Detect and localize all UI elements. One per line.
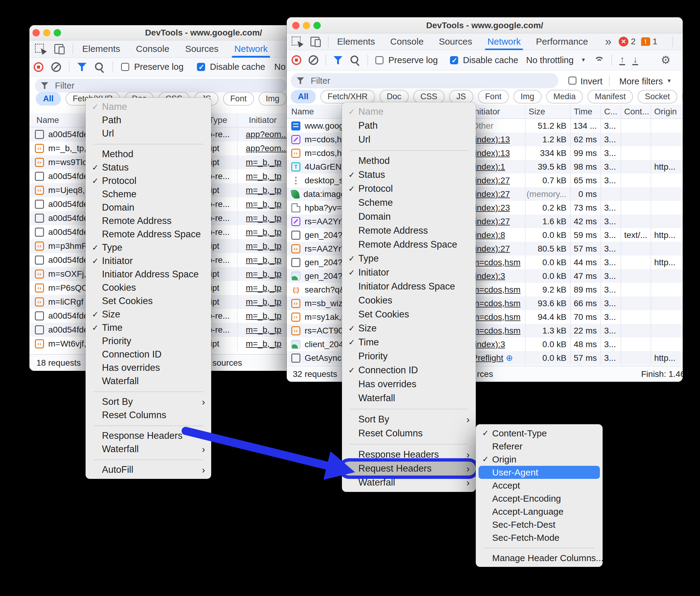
context-menu-item[interactable] [85, 388, 211, 395]
device-toolbar-icon[interactable] [54, 44, 64, 54]
context-menu-item[interactable]: Remote Address [85, 214, 211, 228]
context-menu-item[interactable]: Waterfall [85, 374, 211, 388]
disable-cache-label[interactable]: Disable cache [210, 62, 265, 72]
inspect-element-icon[interactable] [292, 36, 302, 47]
context-menu-item[interactable]: Response Headers › [342, 448, 476, 462]
panel-tab[interactable]: Network [487, 36, 521, 47]
context-menu-item[interactable]: Remote Address Space [85, 228, 211, 241]
request-initiator[interactable]: m=_b,_tp [246, 241, 281, 251]
filter-chip[interactable]: Img [514, 90, 542, 103]
panel-tab[interactable]: Performance [536, 36, 588, 47]
context-menu-item[interactable]: ✓ Time [342, 335, 476, 349]
column-header-content-type[interactable]: Cont... [621, 105, 651, 118]
filter-toggle-icon[interactable] [333, 56, 343, 64]
context-menu-item[interactable]: Set Cookies [342, 307, 476, 321]
context-menu-item[interactable]: Url [342, 132, 476, 147]
context-menu-item[interactable]: Cookies [85, 281, 211, 294]
request-initiator[interactable]: (index):3 [472, 340, 505, 349]
submenu-item[interactable]: Accept-Language [476, 505, 603, 518]
clear-icon[interactable] [51, 62, 61, 72]
submenu-item[interactable]: Accept [476, 479, 603, 492]
context-menu-item[interactable] [85, 456, 211, 463]
request-initiator[interactable]: m=_b,_tp [246, 185, 281, 195]
request-initiator[interactable]: m=_b,_tp [246, 339, 281, 349]
submenu-item[interactable]: Sec-Fetch-Mode [476, 531, 603, 544]
disable-cache-checkbox[interactable] [197, 63, 205, 71]
context-menu-item[interactable]: ✓ Protocol [342, 182, 476, 196]
context-menu-item[interactable]: ✓ Status [85, 161, 211, 174]
context-menu-item[interactable]: Url [85, 127, 211, 140]
request-initiator[interactable]: m=_b,_tp [246, 283, 281, 293]
context-menu-item[interactable] [342, 440, 476, 448]
filter-chip[interactable]: All [36, 92, 61, 106]
context-menu-item[interactable]: Reset Columns [85, 408, 211, 422]
request-initiator[interactable]: (index):3 [472, 271, 505, 281]
panel-tab[interactable]: Console [136, 44, 169, 54]
context-menu-item[interactable]: Method [342, 154, 476, 168]
column-header-connection-id[interactable]: Time [571, 105, 601, 118]
request-initiator[interactable]: m=cdos,hsm [472, 258, 521, 267]
request-initiator[interactable]: m=_b,_tp [246, 213, 281, 223]
context-menu-item[interactable]: ✓ Protocol [85, 174, 211, 188]
request-initiator[interactable]: app?eom... [246, 144, 288, 153]
network-conditions-icon[interactable] [593, 55, 604, 65]
device-toolbar-icon[interactable] [310, 37, 320, 46]
more-tabs-icon[interactable]: » [605, 35, 610, 48]
context-menu-item[interactable]: Sort By › [342, 413, 476, 426]
context-menu-item[interactable]: ✓ Time [85, 321, 211, 334]
context-menu-item[interactable]: Path [342, 119, 476, 132]
context-menu-item[interactable]: ✓ Status [342, 168, 476, 182]
context-menu-item[interactable]: Domain [342, 210, 476, 224]
context-menu-item[interactable]: Response Headers › [85, 429, 211, 443]
request-initiator[interactable]: (index):27 [472, 244, 510, 254]
context-menu-item[interactable]: Priority [342, 349, 476, 363]
request-initiator[interactable]: (index):1 [472, 162, 505, 172]
panel-tab[interactable]: Elements [337, 36, 375, 47]
invert-label[interactable]: Invert [580, 76, 603, 86]
filter-chip[interactable]: Img [258, 92, 287, 106]
context-menu-item[interactable]: Cookies [342, 294, 476, 307]
submenu-item[interactable]: Accept-Encoding [476, 492, 603, 505]
context-menu-item[interactable]: ✓ Connection ID [342, 363, 476, 377]
settings-gear-icon[interactable]: ⚙ [681, 36, 683, 47]
panel-tab[interactable]: Console [390, 36, 424, 47]
context-menu-item[interactable]: Sort By › [85, 395, 211, 408]
filter-chip[interactable]: Socket [638, 90, 677, 103]
request-initiator[interactable]: m=_b,_tp [246, 325, 281, 335]
request-initiator[interactable]: m=_b,_tp [246, 255, 281, 265]
context-menu-item[interactable] [85, 422, 211, 429]
submenu-item[interactable]: Manage Header Columns... [476, 551, 603, 565]
submenu-item[interactable]: ✓ Content-Type [476, 427, 603, 440]
context-menu-item[interactable]: Priority [85, 334, 211, 348]
request-initiator[interactable]: m=_b,_tp [246, 311, 281, 321]
preserve-log-checkbox[interactable] [121, 63, 129, 71]
request-initiator[interactable]: m=cdos,hsm [472, 285, 521, 295]
context-menu-item[interactable]: Connection ID [85, 348, 211, 361]
column-header-size[interactable]: Size [526, 105, 571, 118]
context-menu-item[interactable]: Request Headers › [342, 462, 476, 475]
context-menu-item[interactable]: ✓ Name [85, 100, 211, 114]
context-menu-item[interactable]: Path [85, 114, 211, 127]
filter-input[interactable]: Filter [291, 73, 558, 88]
export-har-icon[interactable]: ↓ [632, 55, 638, 65]
request-initiator[interactable]: (index):27 [472, 217, 510, 226]
disable-cache-label[interactable]: Disable cache [463, 55, 518, 65]
context-menu-item[interactable]: ✓ Type [85, 241, 211, 254]
preserve-log-label[interactable]: Preserve log [389, 55, 438, 65]
context-menu-item[interactable]: ✓ Size [85, 308, 211, 321]
preserve-log-label[interactable]: Preserve log [134, 62, 183, 72]
submenu-item[interactable]: User-Agent [478, 466, 600, 479]
panel-tab[interactable]: Sources [439, 36, 472, 47]
context-menu-item[interactable]: Initiator Address Space [85, 268, 211, 281]
context-menu-item[interactable]: Has overrides [85, 361, 211, 374]
context-menu-item[interactable]: ✓ Size [342, 321, 476, 335]
panel-tab[interactable]: Elements [82, 44, 120, 54]
request-initiator[interactable]: m=cdos,hsm [472, 299, 521, 308]
request-initiator[interactable]: m=_b,_tp [246, 157, 281, 167]
request-initiator[interactable]: app?eom... [246, 130, 288, 139]
context-menu-item[interactable]: ✓ Type [342, 252, 476, 266]
filter-chip[interactable]: Fetch/XHR [320, 90, 375, 103]
column-header-initiator[interactable]: Initiator [469, 105, 526, 118]
context-menu-item[interactable]: ✓ Initiator [342, 266, 476, 279]
request-initiator[interactable]: m=_b,_tp [246, 297, 281, 307]
